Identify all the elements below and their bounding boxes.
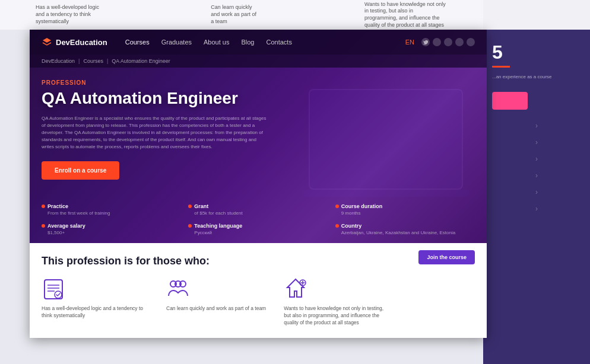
feature-icon-2 [166,277,190,301]
right-arrow-2[interactable]: › [492,138,581,146]
stat-duration: Course duration 9 months [335,203,475,216]
stat-dot-3 [335,205,339,208]
right-panel-text: ...an experience as a course [492,74,581,80]
stat-country-value: Azerbaijan, Ukraine, Kazakhstan and Ukra… [335,230,475,235]
breadcrumb: DevEducation | Courses | QA Automation E… [30,55,487,68]
right-arrow-3[interactable]: › [492,155,581,163]
section-title: This profession is for those who: [42,255,475,267]
feature-text-2: Can learn quickly and work as part of a … [166,305,266,312]
feature-text-3: Wants to have knowledge not only in test… [284,305,391,327]
breadcrumb-current: QA Automation Engineer [112,58,170,64]
feature-icon-1 [42,277,65,301]
logo[interactable]: DevEducation [42,37,107,47]
enroll-button[interactable]: Enroll on a course [42,161,119,180]
top-card-3: Wants to have knowledge not only in test… [364,1,448,29]
language-selector[interactable]: EN [405,39,414,46]
nav-graduates[interactable]: Graduates [161,39,192,46]
stat-grant-label: Grant [194,203,208,209]
logo-text: DevEducation [56,38,107,47]
stat-dot-1 [42,205,45,208]
feature-icon-3 [284,277,307,301]
right-panel: 5 ...an experience as a course › › › › ›… [483,30,590,364]
top-cards-row: Has a well-developed logic and a tendenc… [0,0,483,30]
stat-dot-4 [42,224,45,228]
social-instagram[interactable] [433,38,441,46]
social-facebook[interactable] [467,38,475,46]
stat-practice: Practice From the first week of training [42,203,181,216]
stat-salary-label: Average salary [47,223,85,229]
stat-practice-label: Practice [47,203,68,209]
social-twitter[interactable] [421,38,430,46]
stats-grid: Practice From the first week of training… [30,203,487,247]
breadcrumb-home[interactable]: DevEducation [42,58,75,64]
right-panel-bar [492,66,510,68]
stat-grant: Grant of $5k for each student [188,203,328,216]
stat-salary: Average salary $1,500+ [42,223,181,235]
right-arrow-6[interactable]: › [492,205,581,213]
bottom-section: Join the course This profession is for t… [30,243,487,338]
hero-title: QA Automation Engineer [42,90,475,108]
top-card-1: Has a well-developed logic and a tendenc… [36,4,104,25]
breadcrumb-courses[interactable]: Courses [83,58,103,64]
nav-courses[interactable]: Courses [125,39,150,46]
feature-text-1: Has a well-developed logic and a tendenc… [42,305,148,320]
stat-dot-6 [335,224,339,228]
stat-country: Country Azerbaijan, Ukraine, Kazakhstan … [335,223,475,235]
breadcrumb-sep-1: | [78,58,80,64]
social-links [421,38,475,46]
right-panel-arrows: › › › › › › [492,122,581,213]
stat-duration-value: 9 months [335,210,475,216]
nav-links: Courses Graduates About us Blog Contacts [125,39,405,46]
stat-dot-5 [188,224,192,228]
right-panel-number: 5 [492,41,581,63]
logo-icon [42,37,52,47]
stat-duration-label: Course duration [341,203,383,209]
stat-country-label: Country [341,223,362,229]
stat-language: Teaching language Русский [188,223,328,235]
join-course-button[interactable]: Join the course [418,250,475,264]
top-strip: Has a well-developed logic and a tendenc… [0,0,590,30]
right-arrow-5[interactable]: › [492,188,581,196]
hero-description: QA Automation Engineer is a specialist w… [42,115,267,151]
nav-contacts[interactable]: Contacts [266,39,291,46]
stat-practice-value: From the first week of training [42,210,181,216]
stat-language-label: Teaching language [194,223,242,229]
feature-team: Can learn quickly and work as part of a … [166,277,266,327]
stat-salary-value: $1,500+ [42,230,181,235]
profession-label: Profession [42,79,475,86]
features-row: Has a well-developed logic and a tendenc… [42,277,475,327]
main-window: DevEducation Courses Graduates About us … [30,30,487,338]
nav-blog[interactable]: Blog [241,39,254,46]
stat-grant-value: of $5k for each student [188,210,328,216]
nav-about[interactable]: About us [204,39,229,46]
top-card-2: Can learn quickly and work as part of a … [211,4,258,25]
hero-content: Profession QA Automation Engineer QA Aut… [30,68,487,197]
stat-language-value: Русский [188,230,328,235]
social-youtube[interactable] [455,38,464,46]
right-arrow-4[interactable]: › [492,171,581,180]
breadcrumb-sep-2: | [107,58,108,64]
social-linkedin[interactable] [444,38,452,46]
right-arrow-1[interactable]: › [492,122,581,130]
stat-dot-2 [188,205,192,208]
feature-logic: Has a well-developed logic and a tendenc… [42,277,148,327]
right-panel-button[interactable] [492,92,528,110]
navigation: DevEducation Courses Graduates About us … [30,30,487,55]
feature-knowledge: Wants to have knowledge not only in test… [284,277,391,327]
